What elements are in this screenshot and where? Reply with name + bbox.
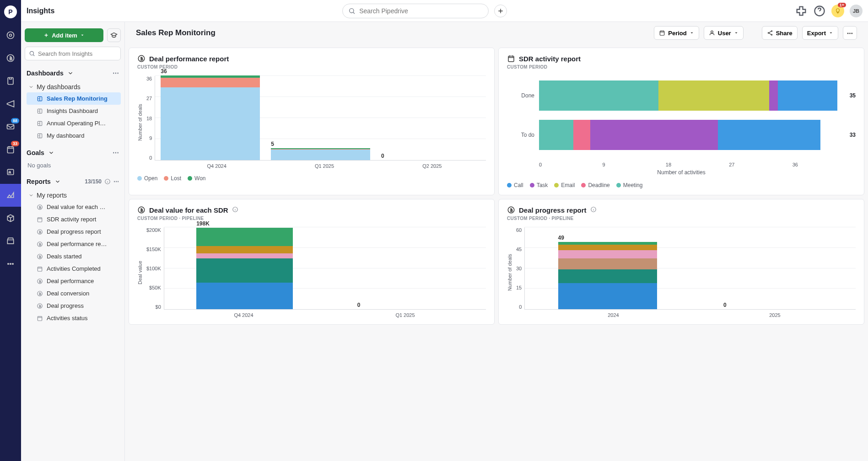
sidebar-search[interactable] xyxy=(25,47,121,60)
no-goals-text: No goals xyxy=(25,159,121,175)
bar-segment[interactable] xyxy=(590,120,718,150)
legend-item[interactable]: Task xyxy=(530,182,548,188)
chevron-down-icon xyxy=(829,31,833,35)
add-item-button[interactable]: Add item xyxy=(25,28,103,42)
card-title[interactable]: Deal performance report xyxy=(137,54,486,63)
bar-segment[interactable] xyxy=(161,87,260,160)
sidebar-search-input[interactable] xyxy=(38,50,117,57)
more-actions-button[interactable]: ⋯ xyxy=(843,26,857,40)
card-subtitle: CUSTOM PERIOD · PIPELINE xyxy=(507,216,856,221)
sidebar-item-report[interactable]: SDR activity report xyxy=(27,213,121,225)
global-search-input[interactable] xyxy=(359,7,483,15)
rail-contacts-icon[interactable] xyxy=(0,161,21,184)
sidebar-item-dashboard[interactable]: My dashboard xyxy=(27,129,121,142)
legend-item[interactable]: Meeting xyxy=(616,182,643,188)
global-search[interactable] xyxy=(342,4,489,18)
bar-segment[interactable] xyxy=(718,120,820,150)
legend-item[interactable]: Call xyxy=(507,182,523,188)
sidebar-item-report[interactable]: Deal performance xyxy=(27,275,121,287)
rail-campaigns-icon[interactable] xyxy=(0,92,21,115)
bar-segment[interactable] xyxy=(778,80,837,111)
sidebar-item-report[interactable]: Deal performance re… xyxy=(27,238,121,250)
sidebar-item-dashboard[interactable]: Sales Rep Monitoring xyxy=(27,92,121,105)
sidebar-item-dashboard[interactable]: Annual Operating Pl… xyxy=(27,117,121,129)
hbar-category: Done xyxy=(507,92,539,99)
rail-marketplace-icon[interactable] xyxy=(0,230,21,252)
legend-item[interactable]: Lost xyxy=(164,175,181,182)
pipedrive-logo[interactable]: P xyxy=(4,5,17,18)
period-button[interactable]: Period xyxy=(654,26,699,40)
bar-segment[interactable] xyxy=(196,246,293,253)
card-title[interactable]: SDR activity report xyxy=(507,54,856,63)
dashboards-section-header[interactable]: Dashboards ⋯ xyxy=(25,67,121,80)
bar-segment[interactable] xyxy=(558,245,658,250)
info-icon[interactable] xyxy=(590,206,597,214)
bar-segment[interactable] xyxy=(539,80,658,111)
goals-more-icon[interactable]: ⋯ xyxy=(113,149,119,156)
bar-segment[interactable] xyxy=(558,269,658,283)
help-icon[interactable] xyxy=(813,5,826,17)
sidebar-item-dashboard[interactable]: Insights Dashboard xyxy=(27,105,121,117)
bar-segment[interactable] xyxy=(558,258,658,269)
info-icon[interactable] xyxy=(232,206,238,214)
svg-point-8 xyxy=(8,263,9,265)
legend-item[interactable]: Email xyxy=(554,182,575,188)
card-title[interactable]: Deal progress report xyxy=(507,206,856,214)
card-title[interactable]: Deal value for each SDR xyxy=(137,206,486,214)
card-subtitle: CUSTOM PERIOD xyxy=(137,64,486,70)
sidebar-item-report[interactable]: Deal progress xyxy=(27,300,121,312)
sidebar-item-report[interactable]: Activities status xyxy=(27,312,121,324)
rail-projects-icon[interactable] xyxy=(0,70,21,92)
user-avatar[interactable]: JB xyxy=(850,5,863,17)
rail-leads-icon[interactable] xyxy=(0,24,21,47)
academy-button[interactable] xyxy=(107,28,121,42)
report-card: Deal progress report CUSTOM PERIOD · PIP… xyxy=(498,199,864,325)
user-filter-button[interactable]: User xyxy=(704,26,744,40)
bar-segment[interactable] xyxy=(573,120,590,150)
legend-item[interactable]: Open xyxy=(137,175,157,182)
rail-mail-icon[interactable]: 88 xyxy=(0,115,21,138)
rail-more-icon[interactable] xyxy=(0,252,21,275)
bar-segment[interactable] xyxy=(161,78,260,87)
bar-segment[interactable] xyxy=(271,150,370,160)
sidebar-group[interactable]: My reports xyxy=(27,190,121,201)
bar-total-label: 49 xyxy=(558,235,564,241)
reports-count: 13/150 xyxy=(85,178,102,185)
legend-item[interactable]: Deadline xyxy=(581,182,609,188)
svg-rect-35 xyxy=(508,56,514,62)
svg-point-9 xyxy=(10,263,11,265)
bar-segment[interactable] xyxy=(539,120,573,150)
chevron-down-icon xyxy=(690,31,694,35)
bar-segment[interactable] xyxy=(658,80,769,111)
reports-more-icon[interactable]: ⋯ xyxy=(113,178,119,185)
rail-insights-icon[interactable] xyxy=(0,184,21,207)
sidebar-item-report[interactable]: Activities Completed xyxy=(27,263,121,275)
extensions-icon[interactable] xyxy=(795,5,808,17)
export-button[interactable]: Export xyxy=(802,26,838,40)
bar-segment[interactable] xyxy=(196,258,293,282)
calendar-icon xyxy=(659,30,665,36)
chevron-down-icon xyxy=(734,31,739,35)
sidebar-item-report[interactable]: Deal conversion xyxy=(27,287,121,300)
sidebar-item-report[interactable]: Deals started xyxy=(27,250,121,263)
dashboards-more-icon[interactable]: ⋯ xyxy=(113,70,119,77)
rail-deals-icon[interactable] xyxy=(0,47,21,70)
sales-assistant-button[interactable]: 1+ xyxy=(831,5,844,17)
bar-segment[interactable] xyxy=(196,253,293,259)
sidebar-item-report[interactable]: Deal value for each … xyxy=(27,201,121,213)
goals-section-header[interactable]: Goals ⋯ xyxy=(25,146,121,159)
rail-activities-icon[interactable]: 33 xyxy=(0,138,21,161)
bar-segment[interactable] xyxy=(196,228,293,247)
legend-item[interactable]: Won xyxy=(188,175,205,182)
bar-segment[interactable] xyxy=(558,283,658,309)
bar-segment[interactable] xyxy=(769,80,778,111)
rail-products-icon[interactable] xyxy=(0,207,21,230)
reports-section-header[interactable]: Reports 13/150 ⋯ xyxy=(25,175,121,188)
sidebar-item-report[interactable]: Deal progress report xyxy=(27,225,121,238)
sidebar-group[interactable]: My dashboards xyxy=(27,81,121,92)
quick-add-button[interactable] xyxy=(494,5,507,17)
bar-segment[interactable] xyxy=(558,250,658,258)
info-icon[interactable] xyxy=(104,178,111,185)
bar-segment[interactable] xyxy=(196,283,293,310)
share-button[interactable]: Share xyxy=(762,26,798,40)
